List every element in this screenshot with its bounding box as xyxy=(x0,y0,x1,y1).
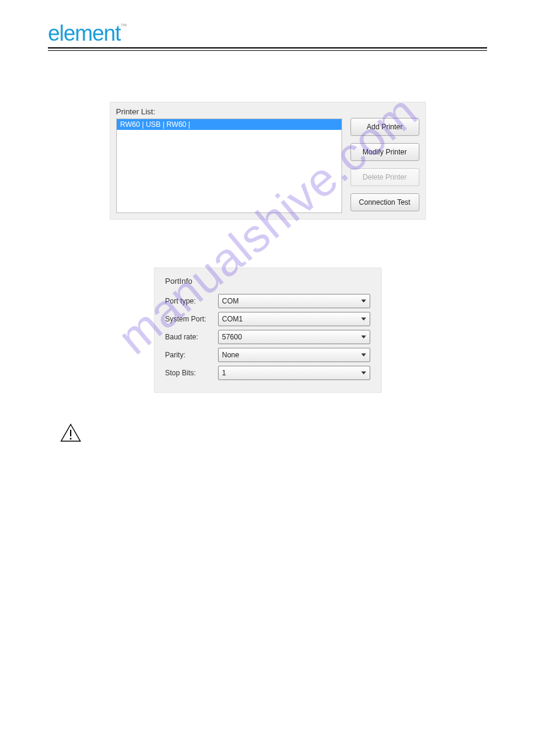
chevron-down-icon xyxy=(361,354,366,357)
baud-rate-value: 57600 xyxy=(219,333,242,341)
modify-printer-button[interactable]: Modify Printer xyxy=(350,143,419,161)
logo-text: element xyxy=(48,21,120,45)
delete-printer-button: Delete Printer xyxy=(350,168,419,186)
chevron-down-icon xyxy=(361,372,366,375)
printer-list-label: Printer List: xyxy=(116,107,342,116)
stop-bits-value: 1 xyxy=(219,369,226,377)
port-info-title: PortInfo xyxy=(165,277,370,286)
stop-bits-combo[interactable]: 1 xyxy=(218,366,370,380)
brand-logo: element™ xyxy=(48,21,126,46)
port-info-panel: PortInfo Port type: COM System Port: COM… xyxy=(154,268,382,393)
printer-listbox[interactable]: RW60 | USB | RW60 | xyxy=(116,119,342,213)
parity-label: Parity: xyxy=(165,351,218,359)
system-port-combo[interactable]: COM1 xyxy=(218,312,370,326)
printer-list-panel: Printer List: RW60 | USB | RW60 | Add Pr… xyxy=(110,102,426,220)
warning-icon xyxy=(60,423,81,445)
chevron-down-icon xyxy=(361,336,366,339)
connection-test-button[interactable]: Connection Test xyxy=(350,193,419,211)
parity-combo[interactable]: None xyxy=(218,348,370,362)
baud-rate-label: Baud rate: xyxy=(165,333,218,341)
parity-value: None xyxy=(219,351,240,359)
stop-bits-label: Stop Bits: xyxy=(165,369,218,377)
port-type-combo[interactable]: COM xyxy=(218,294,370,308)
printer-list-item[interactable]: RW60 | USB | RW60 | xyxy=(117,119,341,130)
port-type-value: COM xyxy=(219,297,239,305)
add-printer-button[interactable]: Add Printer xyxy=(350,118,419,136)
baud-rate-combo[interactable]: 57600 xyxy=(218,330,370,344)
chevron-down-icon xyxy=(361,318,366,321)
logo-tm: ™ xyxy=(120,22,126,29)
system-port-value: COM1 xyxy=(219,315,243,323)
svg-point-2 xyxy=(70,438,72,440)
chevron-down-icon xyxy=(361,300,366,303)
port-type-label: Port type: xyxy=(165,297,218,305)
system-port-label: System Port: xyxy=(165,315,218,323)
